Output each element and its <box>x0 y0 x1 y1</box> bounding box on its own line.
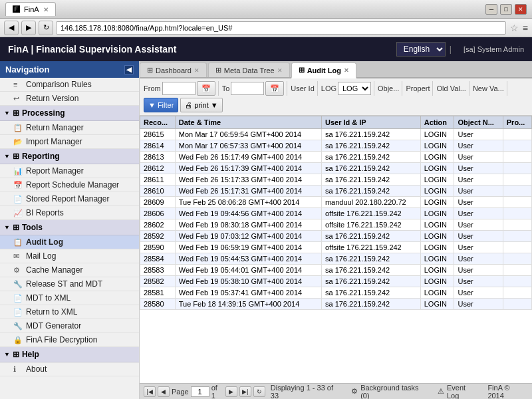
table-row[interactable]: 28606 Wed Feb 19 09:44:56 GMT+400 2014 o… <box>140 208 532 219</box>
back-button[interactable]: ◀ <box>4 21 19 35</box>
print-button[interactable]: 🖨 print ▼ <box>180 98 222 112</box>
section-help[interactable]: ▼ ⊞ Help <box>0 347 139 362</box>
last-page-btn[interactable]: ▶| <box>239 386 251 397</box>
audit-tab-close[interactable]: ✕ <box>344 67 349 74</box>
object-label: Obje... <box>378 84 399 92</box>
tab-audit-log[interactable]: ⊞ Audit Log ✕ <box>291 63 356 78</box>
cell-action: LOGIN <box>420 299 454 310</box>
cell-objectname: User <box>454 140 503 152</box>
forward-button[interactable]: ▶ <box>21 21 36 35</box>
table-row[interactable]: 28614 Mon Mar 17 06:57:33 GMT+400 2014 s… <box>140 140 532 152</box>
table-row[interactable]: 28609 Tue Feb 25 08:06:28 GMT+400 2014 m… <box>140 197 532 208</box>
audit-log-table-container[interactable]: Reco... Date & Time User Id & IP Action … <box>140 116 532 383</box>
sidebar-item-mdt-to-xml[interactable]: 📄 MDT to XML <box>0 291 139 305</box>
sidebar-item-cache-manager[interactable]: ⚙ Cache Manager <box>0 263 139 277</box>
sidebar-item-report-schedule-manager[interactable]: 📅 Report Schedule Manager <box>0 178 139 192</box>
sidebar-item-mdt-generator[interactable]: 🔧 MDT Generator <box>0 319 139 333</box>
tab-dashboard[interactable]: ⊞ Dashboard ✕ <box>140 63 207 77</box>
table-row[interactable]: 28611 Wed Feb 26 15:17:33 GMT+400 2014 s… <box>140 174 532 186</box>
sidebar-item-return-manager[interactable]: 📋 Return Manager <box>0 121 139 135</box>
section-reporting[interactable]: ▼ ⊞ Reporting <box>0 149 139 164</box>
log-select[interactable]: LOG <box>338 82 371 95</box>
dashboard-tab-close[interactable]: ✕ <box>194 67 200 74</box>
bi-reports-icon: 📈 <box>13 209 23 217</box>
mdt-gen-icon: 🔧 <box>13 322 23 331</box>
table-row[interactable]: 28615 Mon Mar 17 06:59:54 GMT+400 2014 s… <box>140 129 532 140</box>
table-row[interactable]: 28590 Wed Feb 19 06:59:19 GMT+400 2014 o… <box>140 242 532 253</box>
sidebar-item-comparison-rules[interactable]: ≡ Comparison Rules <box>0 78 139 92</box>
sidebar-item-audit-log[interactable]: 📋 Audit Log <box>0 235 139 249</box>
table-row[interactable]: 28580 Tue Feb 18 14:39:15 GMT+400 2014 s… <box>140 299 532 310</box>
cell-action: LOGIN <box>420 276 454 287</box>
page-number-input[interactable] <box>191 386 209 397</box>
to-input[interactable] <box>231 82 264 95</box>
from-calendar-btn[interactable]: 📅 <box>197 81 215 96</box>
first-page-btn[interactable]: |◀ <box>144 386 156 397</box>
to-calendar-btn[interactable]: 📅 <box>265 81 284 96</box>
refresh-pager-btn[interactable]: ↻ <box>253 386 265 397</box>
col-property: Pro... <box>503 116 531 129</box>
section-icon: ⊞ <box>13 108 19 118</box>
object-group: Obje... <box>378 81 402 96</box>
cell-action: LOGIN <box>420 140 454 152</box>
col-objectname: Object N... <box>454 116 503 129</box>
browser-tab-close[interactable]: ✕ <box>43 6 49 13</box>
refresh-button[interactable]: ↻ <box>39 21 53 35</box>
tools-arrow: ▼ <box>4 224 10 231</box>
sidebar-collapse-btn[interactable]: ◀ <box>124 65 134 74</box>
sidebar-item-report-manager[interactable]: 📊 Report Manager <box>0 164 139 178</box>
cell-objectname: User <box>454 265 503 276</box>
section-tools[interactable]: ▼ ⊞ Tools <box>0 220 139 235</box>
table-row[interactable]: 28613 Wed Feb 26 15:17:49 GMT+400 2014 s… <box>140 152 532 163</box>
next-page-btn[interactable]: ▶ <box>225 386 237 397</box>
prev-page-btn[interactable]: ◀ <box>158 386 170 397</box>
event-log-link[interactable]: ⚠ Event Log <box>438 384 479 400</box>
table-row[interactable]: 28612 Wed Feb 26 15:17:39 GMT+400 2014 s… <box>140 163 532 174</box>
userid-group: User Id <box>291 81 317 96</box>
sidebar-item-bi-reports[interactable]: 📈 BI Reports <box>0 206 139 220</box>
cell-datetime: Wed Feb 26 15:17:39 GMT+400 2014 <box>175 163 321 174</box>
cell-action: LOGIN <box>420 219 454 231</box>
tab-meta-data-tree[interactable]: ⊞ Meta Data Tree ✕ <box>208 63 290 77</box>
table-row[interactable]: 28582 Wed Feb 19 05:38:10 GMT+400 2014 s… <box>140 276 532 287</box>
section-processing[interactable]: ▼ ⊞ Processing <box>0 106 139 121</box>
sidebar-item-import-manager[interactable]: 📂 Import Manager <box>0 135 139 149</box>
cell-datetime: Tue Feb 18 14:39:15 GMT+400 2014 <box>175 299 321 310</box>
sidebar-item-mail-log[interactable]: ✉ Mail Log <box>0 249 139 263</box>
cell-record: 28580 <box>140 299 176 310</box>
table-row[interactable]: 28592 Wed Feb 19 07:03:12 GMT+400 2014 s… <box>140 231 532 242</box>
table-row[interactable]: 28583 Wed Feb 19 05:44:01 GMT+400 2014 s… <box>140 265 532 276</box>
meta-tab-close[interactable]: ✕ <box>277 67 283 74</box>
background-tasks[interactable]: ⚙ Background tasks (0) <box>351 384 430 400</box>
cell-action: LOGIN <box>420 197 454 208</box>
cell-objectname: User <box>454 231 503 242</box>
bookmark-button[interactable]: ☆ <box>510 23 519 33</box>
sidebar-item-return-to-xml[interactable]: 📄 Return to XML <box>0 305 139 319</box>
cell-useridip: sa 176.221.159.242 <box>321 186 420 197</box>
table-row[interactable]: 28602 Wed Feb 19 08:30:18 GMT+400 2014 o… <box>140 219 532 231</box>
from-input[interactable] <box>162 82 196 95</box>
table-header-row: Reco... Date & Time User Id & IP Action … <box>140 116 532 129</box>
url-bar[interactable] <box>56 21 506 35</box>
browser-menu-button[interactable]: ≡ <box>523 23 528 33</box>
sidebar-item-release-st-mdt[interactable]: 🔧 Release ST and MDT <box>0 277 139 291</box>
sidebar-item-return-version[interactable]: ↩ Return Version <box>0 92 139 106</box>
cell-property <box>503 208 531 219</box>
window-minimize[interactable]: ─ <box>485 4 497 15</box>
window-close[interactable]: ✕ <box>515 4 527 15</box>
browser-tab[interactable]: 🅵 FinA ✕ <box>5 2 56 16</box>
table-row[interactable]: 28610 Wed Feb 26 15:17:31 GMT+400 2014 s… <box>140 186 532 197</box>
sidebar-item-fina-file-decryption[interactable]: 🔒 FinA File Decryption <box>0 333 139 347</box>
sidebar-item-stored-report-manager[interactable]: 📄 Stored Report Manager <box>0 192 139 206</box>
audit-tab-icon: ⊞ <box>299 66 305 74</box>
window-maximize[interactable]: □ <box>500 4 512 15</box>
cell-useridip: sa 176.221.159.242 <box>321 287 420 299</box>
sidebar-item-label: FinA File Decryption <box>26 335 97 344</box>
stored-report-icon: 📄 <box>13 195 23 203</box>
table-row[interactable]: 28584 Wed Feb 19 05:44:53 GMT+400 2014 s… <box>140 253 532 265</box>
cell-objectname: User <box>454 287 503 299</box>
language-select[interactable]: English <box>396 42 446 57</box>
table-row[interactable]: 28581 Wed Feb 19 05:37:41 GMT+400 2014 s… <box>140 287 532 299</box>
filter-button[interactable]: ▼ Filter <box>144 98 178 112</box>
sidebar-item-about[interactable]: ℹ About <box>0 362 139 376</box>
